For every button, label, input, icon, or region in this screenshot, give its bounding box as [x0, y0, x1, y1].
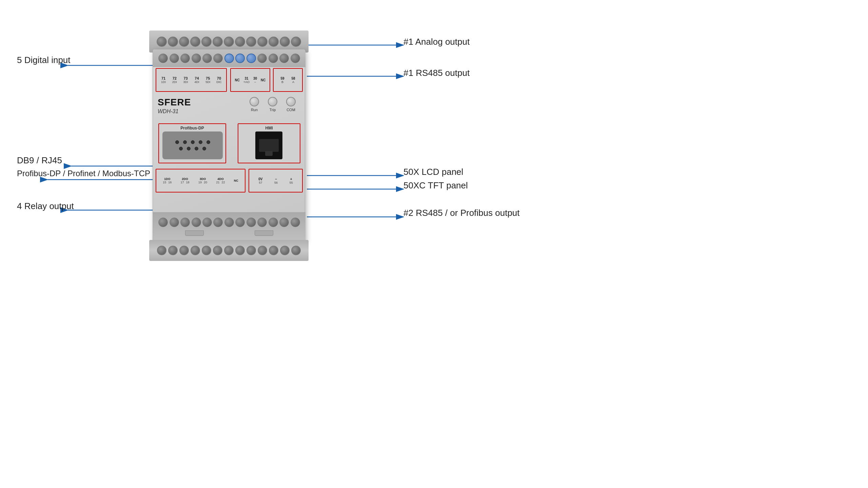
tft-panel-label: 50XC TFT panel: [403, 180, 468, 191]
din-rail-bottom: [149, 240, 309, 261]
led-run-circle: [250, 97, 259, 106]
terminal-screw: [202, 54, 212, 63]
digital-input-label: 5 Digital input: [17, 55, 71, 65]
db9-pin: [191, 140, 195, 144]
terminal-screw: [192, 54, 201, 63]
din-screw-bottom: [168, 246, 178, 255]
terminal-screw: [269, 218, 278, 227]
device: 71 1DI 72 2DI 73 3DI 74 4DI 75 5DI: [149, 30, 309, 261]
din-screw: [257, 37, 268, 47]
terminal-screw: [257, 54, 267, 63]
led-run-label: Run: [251, 108, 258, 112]
relay-output-box: 1DO 15 16 2DO 17 18 3DO 19: [156, 169, 245, 192]
model-name: WDH-31: [158, 108, 191, 115]
db9-connector: [162, 131, 223, 159]
terminal-screw: [158, 54, 168, 63]
din-foot-right: [255, 230, 273, 236]
terminal-screw: [170, 54, 179, 63]
din-screw-bottom: [179, 246, 189, 255]
din-screw: [168, 37, 178, 47]
db9-pin: [202, 147, 206, 150]
terminal-bottom: [153, 212, 305, 242]
led-com-circle: [286, 97, 296, 106]
terminal-screw: [213, 54, 223, 63]
din-screw: [213, 37, 223, 47]
led-trip-circle: [268, 97, 277, 106]
db9-pin: [175, 140, 179, 144]
led-trip-label: Trip: [270, 108, 276, 112]
din-screw: [235, 37, 245, 47]
rj45-connector: [255, 131, 282, 159]
hmi-box: HMI: [238, 123, 300, 163]
terminal-top: [153, 49, 305, 67]
terminal-screw: [180, 54, 190, 63]
analog-output-label: #1 Analog output: [403, 37, 470, 47]
terminal-screw: [180, 218, 190, 227]
din-screw-bottom: [269, 246, 278, 255]
db9-pin: [179, 147, 183, 150]
rs485-1-box: 59 B 58 A: [273, 68, 303, 92]
terminal-screw-ao: [224, 54, 234, 63]
terminal-screw: [202, 218, 212, 227]
terminal-screw: [279, 54, 289, 63]
db9-pin: [183, 140, 187, 144]
din-screw-bottom: [191, 246, 200, 255]
terminal-screw: [213, 218, 223, 227]
led-run: Run: [250, 97, 259, 112]
din-screw: [201, 37, 212, 47]
db9-row-bottom: [179, 147, 206, 150]
rj45-body: [259, 139, 279, 152]
db9-pin: [195, 147, 198, 150]
din-screw-bottom: [291, 246, 301, 255]
din-screw: [224, 37, 234, 47]
brand-area: SFERE WDH-31: [158, 97, 191, 115]
terminal-screw: [158, 218, 168, 227]
terminal-screw: [291, 218, 300, 227]
din-screw-bottom: [235, 246, 245, 255]
hmi-label: HMI: [238, 124, 300, 130]
terminal-screw: [257, 218, 267, 227]
terminal-screw: [170, 218, 179, 227]
din-foot-left: [185, 230, 204, 236]
terminal-screw: [235, 218, 245, 227]
terminal-screw: [269, 54, 278, 63]
ao-box: NC 31 +AO 30 – NC: [230, 68, 270, 92]
led-area: Run Trip COM: [250, 97, 296, 112]
brand-name: SFERE: [158, 97, 191, 108]
terminal-screw: [279, 218, 289, 227]
terminal-screw: [246, 218, 256, 227]
lcd-panel-label: 50X LCD panel: [403, 167, 463, 177]
terminal-bottom-row: [153, 212, 305, 230]
led-com-label: COM: [287, 108, 295, 112]
terminal-screw: [291, 54, 300, 63]
power-box: 0V 57 – 56 + 55: [249, 169, 303, 192]
terminal-screw: [224, 218, 234, 227]
terminal-screw-ao: [246, 54, 256, 63]
db9-pin: [187, 147, 191, 150]
profibus-label: Profibus-DP: [159, 124, 225, 130]
profibus-label-annotation: Profibus-DP / Profinet / Modbus-TCP: [17, 169, 150, 178]
din-screw: [179, 37, 189, 47]
db9-row-top: [175, 140, 210, 144]
relay-output-label: 4 Relay output: [17, 201, 74, 211]
din-screw: [269, 37, 279, 47]
din-screw: [291, 37, 301, 47]
profibus-box: Profibus-DP: [158, 123, 226, 163]
din-screw-bottom: [246, 246, 256, 255]
din-screw-bottom: [280, 246, 290, 255]
led-com: COM: [286, 97, 296, 112]
db9-pin: [199, 140, 202, 144]
din-screw: [190, 37, 200, 47]
db9-pin: [206, 140, 210, 144]
led-trip: Trip: [268, 97, 277, 112]
rs485-1-label: #1 RS485 output: [403, 68, 470, 78]
digital-input-box: 71 1DI 72 2DI 73 3DI 74 4DI 75 5DI: [156, 68, 227, 92]
db9-rj45-label: DB9 / RJ45: [17, 155, 62, 166]
din-screw-bottom: [258, 246, 267, 255]
din-screw-bottom: [224, 246, 234, 255]
din-screw-bottom: [157, 246, 166, 255]
din-screw: [280, 37, 290, 47]
rj45-clip: [265, 151, 273, 156]
din-screw: [157, 37, 167, 47]
din-screw-bottom: [213, 246, 222, 255]
